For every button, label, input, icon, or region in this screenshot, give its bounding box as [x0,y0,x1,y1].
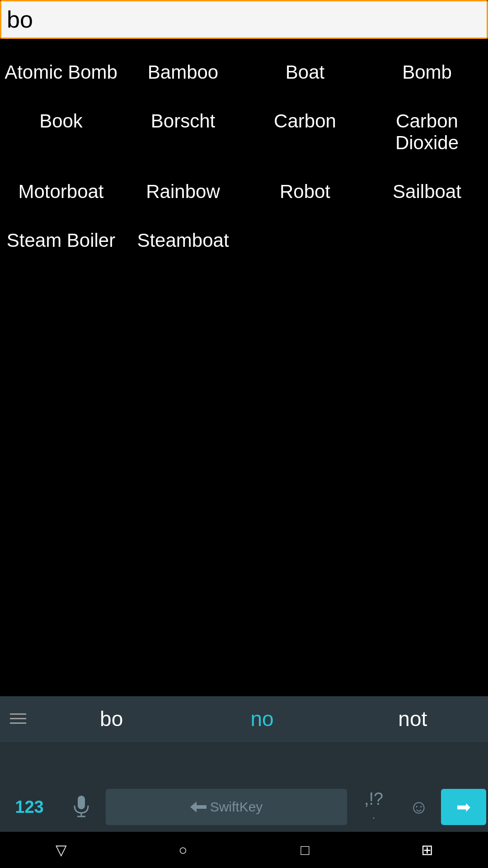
key-123[interactable]: 123 [0,797,59,817]
number-row [0,741,488,782]
suggestion-left[interactable]: bo [36,707,187,731]
swiftkey-label: SwiftKey [210,799,263,815]
result-item[interactable]: Robot [244,167,366,216]
nav-back[interactable]: ▽ [47,836,75,863]
result-item[interactable]: Atomic Bomb [0,48,122,97]
bottom-row: 123 SwiftKey ,!? . ☺ ➡ [0,782,488,832]
suggestion-right[interactable]: not [338,707,488,731]
search-input[interactable] [7,6,481,33]
result-item[interactable]: Carbon Dioxide [366,97,488,167]
result-item[interactable]: Carbon [244,97,366,167]
result-item[interactable]: Bomb [366,48,488,97]
space-key[interactable]: SwiftKey [106,789,347,825]
svg-rect-0 [78,796,85,809]
svg-marker-3 [190,802,206,812]
result-item[interactable]: Bamboo [122,48,244,97]
nav-keyboard[interactable]: ⊞ [413,836,441,863]
result-item[interactable]: Boat [244,48,366,97]
punct-label: ,!? [364,789,383,809]
keyboard-area: bo no not 123 SwiftKey ,!? [0,696,488,832]
key-enter[interactable]: ➡ [441,789,486,825]
suggestions-row: bo no not [0,696,488,741]
nav-bar: ▽ ○ □ ⊞ [0,832,488,868]
result-item[interactable]: Steam Boiler [0,216,122,265]
result-item[interactable]: Steamboat [122,216,244,265]
result-item[interactable]: Book [0,97,122,167]
period-label: . [372,809,375,821]
results-grid: Atomic BombBambooBoatBombBookBorschtCarb… [0,48,488,265]
key-punct[interactable]: ,!? . [349,789,399,825]
menu-icon[interactable] [0,713,36,724]
key-mic[interactable] [59,796,104,818]
result-item[interactable]: Rainbow [122,167,244,216]
suggestion-center[interactable]: no [187,707,337,731]
nav-recent[interactable]: □ [291,836,319,863]
search-bar [0,0,488,39]
result-item[interactable]: Motorboat [0,167,122,216]
key-emoji[interactable]: ☺ [399,796,439,818]
nav-home[interactable]: ○ [169,836,197,863]
result-item[interactable]: Sailboat [366,167,488,216]
result-item[interactable]: Borscht [122,97,244,167]
results-area: Atomic BombBambooBoatBombBookBorschtCarb… [0,39,488,274]
